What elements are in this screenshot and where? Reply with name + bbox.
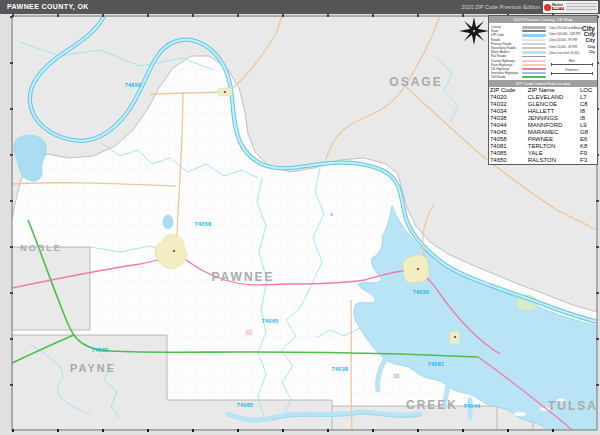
zip-table-cell: E6 [579, 136, 597, 143]
legend-item: Toll Roads [491, 75, 546, 79]
zip-table-cell: MARAMEC [527, 129, 579, 136]
zip-table-row: 74058PAWNEEE6 [489, 136, 597, 143]
zip-index-title: ZIP Code Index/Grid Locator [489, 80, 597, 87]
zip-table-col-zip-name: ZIP Name [527, 87, 579, 94]
zip-table-cell: YALE [527, 150, 579, 157]
map-poster: PAWNEE COUNTY, OK 2020 ZIP Code Premium … [0, 0, 600, 435]
legend-item-label: Toll Roads [491, 75, 505, 79]
logo-fineprint [566, 3, 597, 12]
legend-symbol-list: CountyStateZIP CodeRoadsPrimary RoadsSec… [491, 25, 546, 79]
legend-city-list: Cities 250,000 and AboveCityCities 100,0… [546, 25, 595, 79]
city-class-label: Cities 250,000 and Above [549, 26, 582, 30]
county-label-payne: PAYNE [70, 362, 116, 374]
zip-table-row: 74045MARAMECG8 [489, 129, 597, 136]
zip-table-row: 74650RALSTONF3 [489, 157, 597, 164]
legend-color-chip [522, 56, 546, 57]
marketmaps-logo: Market MAPS [543, 1, 598, 13]
zip-label-74032: 74032 [92, 347, 108, 353]
zip-table-cell: L9 [579, 122, 597, 129]
zip-table-cell: 74650 [489, 157, 527, 164]
grid-ticks-bottom [12, 429, 597, 432]
zip-label-74045: 74045 [262, 318, 278, 324]
legend-color-chip [522, 34, 546, 37]
legend-color-chip [522, 26, 546, 29]
county-label-noble: NOBLE [20, 243, 62, 253]
zip-table-row: 74038JENNINGSI8 [489, 115, 597, 122]
legend-color-chip [522, 68, 546, 70]
legend-color-chip [522, 64, 546, 66]
city-class-label: Cities 50,000 - 99,999 [549, 38, 577, 42]
zip-label-74058: 74058 [195, 221, 211, 227]
legend-title: 2020 Pawnee County, OK Map [489, 16, 597, 23]
page-title: PAWNEE COUNTY, OK [7, 3, 89, 10]
zip-table-cell: JENNINGS [527, 115, 579, 122]
scale-bar-line [551, 64, 593, 65]
scale-bar-label: Miles [549, 59, 595, 63]
zip-table-row: 74081TERLTONK8 [489, 143, 597, 150]
zip-table-cell: K8 [579, 143, 597, 150]
zip-table-cell: I8 [579, 108, 597, 115]
city-class-label: Cities 100,000 - 249,999 [549, 32, 581, 36]
county-label-tulsa: TULSA [548, 399, 598, 413]
edition-label: 2020 ZIP Code Premium Edition [461, 4, 540, 10]
zip-label-74038: 74038 [332, 366, 348, 372]
zip-table-cell: 74038 [489, 115, 527, 122]
city-class-label: Cities Less than 10,000 [549, 51, 579, 55]
scale-bar-label: Kilometers [549, 68, 595, 72]
zip-index-table: ZIP CodeZIP NameLOC 74020CLEVELANDL77403… [489, 87, 597, 164]
county-label-creek: CREEK [406, 398, 458, 412]
city-class-row: Cities Less than 10,000City [549, 50, 595, 56]
zip-table-cell: PAWNEE [527, 136, 579, 143]
zip-label-74085: 74085 [237, 402, 253, 408]
zip-label-74081: 74081 [428, 361, 444, 367]
zip-table-row: 74085YALEF9 [489, 150, 597, 157]
zip-table-cell: L7 [579, 94, 597, 101]
zip-table-cell: 74085 [489, 150, 527, 157]
legend-color-chip [522, 47, 546, 49]
zip-label-74650: 74650 [125, 82, 141, 88]
zip-table-cell: G8 [579, 129, 597, 136]
zip-label-74020: 74020 [413, 289, 429, 295]
scale-bar: Miles [549, 59, 595, 65]
zip-table-header: ZIP CodeZIP NameLOC [489, 87, 597, 94]
zip-table-cell: 74032 [489, 101, 527, 108]
zip-table-row: 74034HALLETTI8 [489, 108, 597, 115]
zip-table-cell: 74034 [489, 108, 527, 115]
zip-table-cell: CLEVELAND [527, 94, 579, 101]
county-label-osage: OSAGE [389, 75, 442, 89]
legend-color-chip [522, 30, 546, 32]
legend-color-chip [522, 43, 546, 45]
zip-table-cell: C8 [579, 101, 597, 108]
zip-table-cell: 74045 [489, 129, 527, 136]
zip-table-cell: 74058 [489, 136, 527, 143]
zip-table-row: 74044MANNFORDL9 [489, 122, 597, 129]
city-class-label: Cities 10,000 - 49,999 [549, 45, 577, 49]
zip-table-cell: F9 [579, 150, 597, 157]
grid-ticks-left [10, 16, 13, 430]
county-label-pawnee: PAWNEE [211, 270, 274, 284]
logo-globe-icon [544, 4, 551, 11]
legend-color-chip [522, 39, 546, 41]
zip-table-cell: GLENCOE [527, 101, 579, 108]
scale-bar-line [551, 73, 593, 74]
scale-bar: Kilometers [549, 68, 595, 74]
zip-table-cell: MANNFORD [527, 122, 579, 129]
legend-color-chip [522, 51, 546, 54]
zip-table-col-loc: LOC [579, 87, 597, 94]
zip-table-cell: F3 [579, 157, 597, 164]
city-sample-text: City [589, 51, 595, 54]
logo-maps-text: MAPS [552, 7, 564, 10]
legend-panel: 2020 Pawnee County, OK Map CountyStateZI… [488, 15, 598, 165]
noble-county-area [12, 247, 90, 330]
header-bar: PAWNEE COUNTY, OK 2020 ZIP Code Premium … [0, 0, 600, 14]
zip-table-cell: 74081 [489, 143, 527, 150]
city-sample-text: City [586, 38, 595, 43]
zip-table-cell: HALLETT [527, 108, 579, 115]
legend-color-chip [522, 60, 546, 62]
zip-table-cell: RALSTON [527, 157, 579, 164]
legend-color-chip [522, 72, 546, 74]
legend-color-chip [522, 76, 546, 78]
zip-label-74044: 74044 [464, 403, 480, 409]
zip-table-row: 74032GLENCOEC8 [489, 101, 597, 108]
zip-table-cell: TERLTON [527, 143, 579, 150]
